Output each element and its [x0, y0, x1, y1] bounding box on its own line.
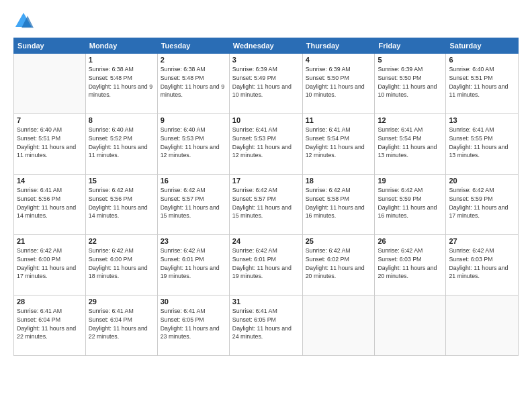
day-cell: 10Sunrise: 6:41 AMSunset: 5:53 PMDayligh… [229, 114, 302, 175]
day-number: 13 [449, 116, 515, 124]
cell-info: Sunrise: 6:39 AMSunset: 5:50 PMDaylight:… [306, 65, 372, 99]
day-number: 30 [161, 298, 226, 306]
weekday-monday: Monday [85, 38, 157, 54]
header [13, 11, 519, 31]
day-cell: 20Sunrise: 6:42 AMSunset: 5:59 PMDayligh… [446, 175, 519, 235]
day-cell: 26Sunrise: 6:42 AMSunset: 6:03 PMDayligh… [375, 235, 446, 295]
cell-info: Sunrise: 6:40 AMSunset: 5:51 PMDaylight:… [449, 65, 515, 99]
cell-info: Sunrise: 6:38 AMSunset: 5:48 PMDaylight:… [161, 65, 226, 99]
week-row-3: 14Sunrise: 6:41 AMSunset: 5:56 PMDayligh… [14, 175, 519, 235]
day-cell [446, 295, 519, 356]
day-cell [302, 295, 375, 356]
cell-info: Sunrise: 6:42 AMSunset: 6:00 PMDaylight:… [89, 246, 154, 281]
day-number: 7 [17, 116, 83, 124]
cell-info: Sunrise: 6:42 AMSunset: 6:02 PMDaylight:… [306, 246, 372, 281]
day-cell: 18Sunrise: 6:42 AMSunset: 5:58 PMDayligh… [302, 175, 375, 235]
day-cell: 16Sunrise: 6:42 AMSunset: 5:57 PMDayligh… [157, 175, 229, 235]
weekday-sunday: Sunday [14, 38, 86, 54]
day-number: 14 [17, 177, 83, 185]
cell-info: Sunrise: 6:42 AMSunset: 6:03 PMDaylight:… [378, 246, 443, 281]
day-cell: 31Sunrise: 6:41 AMSunset: 6:05 PMDayligh… [229, 295, 302, 356]
day-cell: 1Sunrise: 6:38 AMSunset: 5:48 PMDaylight… [85, 54, 157, 114]
cell-info: Sunrise: 6:40 AMSunset: 5:52 PMDaylight:… [89, 126, 154, 160]
day-number: 21 [17, 237, 83, 245]
week-row-5: 28Sunrise: 6:41 AMSunset: 6:04 PMDayligh… [14, 295, 519, 356]
day-number: 9 [161, 116, 226, 124]
day-cell: 8Sunrise: 6:40 AMSunset: 5:52 PMDaylight… [85, 114, 157, 175]
day-cell: 23Sunrise: 6:42 AMSunset: 6:01 PMDayligh… [157, 235, 229, 295]
logo [13, 11, 36, 31]
weekday-friday: Friday [375, 38, 446, 54]
day-cell: 7Sunrise: 6:40 AMSunset: 5:51 PMDaylight… [14, 114, 86, 175]
day-cell: 4Sunrise: 6:39 AMSunset: 5:50 PMDaylight… [302, 54, 375, 114]
day-number: 28 [17, 298, 83, 306]
day-number: 25 [306, 237, 372, 245]
day-number: 1 [89, 56, 154, 64]
weekday-saturday: Saturday [446, 38, 519, 54]
day-cell [14, 54, 86, 114]
cell-info: Sunrise: 6:42 AMSunset: 6:01 PMDaylight:… [161, 246, 226, 281]
day-number: 17 [232, 177, 300, 185]
day-cell: 19Sunrise: 6:42 AMSunset: 5:59 PMDayligh… [375, 175, 446, 235]
cell-info: Sunrise: 6:42 AMSunset: 5:59 PMDaylight:… [449, 186, 515, 220]
day-cell: 30Sunrise: 6:41 AMSunset: 6:05 PMDayligh… [157, 295, 229, 356]
cell-info: Sunrise: 6:41 AMSunset: 6:05 PMDaylight:… [232, 307, 300, 341]
day-cell: 6Sunrise: 6:40 AMSunset: 5:51 PMDaylight… [446, 54, 519, 114]
week-row-1: 1Sunrise: 6:38 AMSunset: 5:48 PMDaylight… [14, 54, 519, 114]
day-cell: 25Sunrise: 6:42 AMSunset: 6:02 PMDayligh… [302, 235, 375, 295]
cell-info: Sunrise: 6:41 AMSunset: 5:54 PMDaylight:… [378, 126, 443, 160]
day-number: 12 [378, 116, 443, 124]
cell-info: Sunrise: 6:41 AMSunset: 5:55 PMDaylight:… [449, 126, 515, 160]
day-cell: 17Sunrise: 6:42 AMSunset: 5:57 PMDayligh… [229, 175, 302, 235]
day-number: 26 [378, 237, 443, 245]
day-cell: 3Sunrise: 6:39 AMSunset: 5:49 PMDaylight… [229, 54, 302, 114]
day-cell: 22Sunrise: 6:42 AMSunset: 6:00 PMDayligh… [85, 235, 157, 295]
cell-info: Sunrise: 6:42 AMSunset: 5:57 PMDaylight:… [232, 186, 300, 220]
logo-icon [13, 11, 34, 31]
cell-info: Sunrise: 6:39 AMSunset: 5:49 PMDaylight:… [232, 65, 300, 99]
day-number: 4 [306, 56, 372, 64]
day-number: 22 [89, 237, 154, 245]
day-number: 3 [232, 56, 300, 64]
cell-info: Sunrise: 6:42 AMSunset: 6:01 PMDaylight:… [232, 246, 300, 281]
day-cell: 2Sunrise: 6:38 AMSunset: 5:48 PMDaylight… [157, 54, 229, 114]
page: SundayMondayTuesdayWednesdayThursdayFrid… [0, 0, 532, 411]
day-number: 29 [89, 298, 154, 306]
cell-info: Sunrise: 6:42 AMSunset: 6:03 PMDaylight:… [449, 246, 515, 281]
cell-info: Sunrise: 6:42 AMSunset: 5:57 PMDaylight:… [161, 186, 226, 220]
cell-info: Sunrise: 6:41 AMSunset: 5:56 PMDaylight:… [17, 186, 83, 220]
day-cell: 29Sunrise: 6:41 AMSunset: 6:04 PMDayligh… [85, 295, 157, 356]
day-cell: 12Sunrise: 6:41 AMSunset: 5:54 PMDayligh… [375, 114, 446, 175]
day-cell: 28Sunrise: 6:41 AMSunset: 6:04 PMDayligh… [14, 295, 86, 356]
day-cell: 15Sunrise: 6:42 AMSunset: 5:56 PMDayligh… [85, 175, 157, 235]
day-cell: 24Sunrise: 6:42 AMSunset: 6:01 PMDayligh… [229, 235, 302, 295]
day-cell: 27Sunrise: 6:42 AMSunset: 6:03 PMDayligh… [446, 235, 519, 295]
day-number: 8 [89, 116, 154, 124]
day-cell: 14Sunrise: 6:41 AMSunset: 5:56 PMDayligh… [14, 175, 86, 235]
cell-info: Sunrise: 6:41 AMSunset: 5:54 PMDaylight:… [306, 126, 372, 160]
day-cell [375, 295, 446, 356]
day-number: 15 [89, 177, 154, 185]
cell-info: Sunrise: 6:38 AMSunset: 5:48 PMDaylight:… [89, 65, 154, 99]
week-row-2: 7Sunrise: 6:40 AMSunset: 5:51 PMDaylight… [14, 114, 519, 175]
day-cell: 5Sunrise: 6:39 AMSunset: 5:50 PMDaylight… [375, 54, 446, 114]
weekday-wednesday: Wednesday [229, 38, 302, 54]
cell-info: Sunrise: 6:40 AMSunset: 5:53 PMDaylight:… [161, 126, 226, 160]
day-cell: 9Sunrise: 6:40 AMSunset: 5:53 PMDaylight… [157, 114, 229, 175]
cell-info: Sunrise: 6:41 AMSunset: 6:05 PMDaylight:… [161, 307, 226, 341]
day-number: 27 [449, 237, 515, 245]
cell-info: Sunrise: 6:40 AMSunset: 5:51 PMDaylight:… [17, 126, 83, 160]
cell-info: Sunrise: 6:42 AMSunset: 5:58 PMDaylight:… [306, 186, 372, 220]
cell-info: Sunrise: 6:41 AMSunset: 6:04 PMDaylight:… [17, 307, 83, 341]
day-cell: 21Sunrise: 6:42 AMSunset: 6:00 PMDayligh… [14, 235, 86, 295]
weekday-tuesday: Tuesday [157, 38, 229, 54]
weekday-thursday: Thursday [302, 38, 375, 54]
day-number: 5 [378, 56, 443, 64]
cell-info: Sunrise: 6:42 AMSunset: 5:56 PMDaylight:… [89, 186, 154, 220]
week-row-4: 21Sunrise: 6:42 AMSunset: 6:00 PMDayligh… [14, 235, 519, 295]
day-number: 19 [378, 177, 443, 185]
day-number: 18 [306, 177, 372, 185]
day-number: 31 [232, 298, 300, 306]
day-number: 23 [161, 237, 226, 245]
cell-info: Sunrise: 6:42 AMSunset: 5:59 PMDaylight:… [378, 186, 443, 220]
